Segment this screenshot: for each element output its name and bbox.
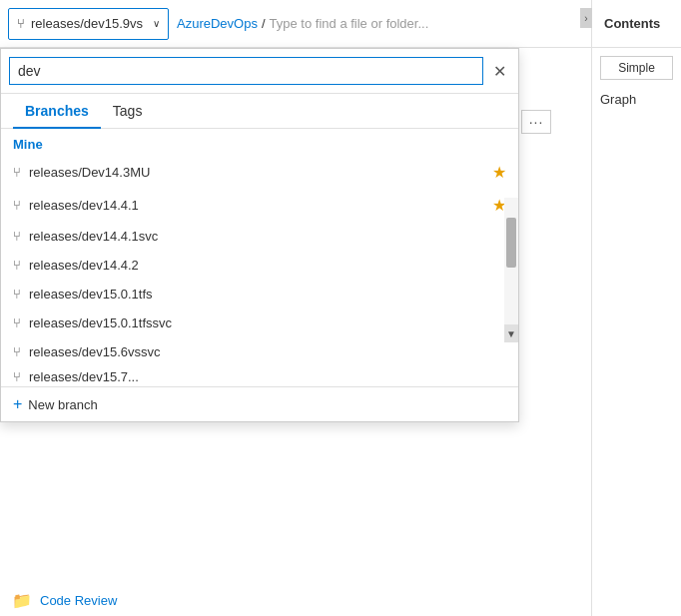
breadcrumb-link[interactable]: AzureDevOps bbox=[177, 16, 258, 31]
right-panel-body: Simple Graph bbox=[592, 48, 681, 119]
branch-item-icon: ⑂ bbox=[13, 229, 21, 244]
branch-item-name: releases/dev14.4.1svc bbox=[29, 229, 506, 244]
branch-item[interactable]: ⑂ releases/dev15.0.1tfssvc bbox=[1, 308, 518, 337]
branch-item-name: releases/Dev14.3MU bbox=[29, 165, 484, 180]
mine-section-label: Mine bbox=[1, 129, 518, 156]
star-icon[interactable]: ★ bbox=[492, 163, 506, 182]
clear-search-icon[interactable]: ✕ bbox=[489, 60, 510, 83]
branch-list-container: ⑂ releases/Dev14.3MU ★ ⑂ releases/dev14.… bbox=[1, 156, 518, 386]
branch-item[interactable]: ⑂ releases/dev15.7... bbox=[1, 366, 518, 386]
branch-item[interactable]: ⑂ releases/dev14.4.1svc bbox=[1, 222, 518, 251]
scrollbar-thumb bbox=[506, 218, 516, 268]
more-options-button[interactable]: ··· bbox=[521, 110, 551, 134]
branch-search-input[interactable] bbox=[9, 57, 483, 85]
branch-item-icon: ⑂ bbox=[13, 287, 21, 302]
dropdown-scrollbar[interactable] bbox=[504, 198, 518, 342]
plus-icon: + bbox=[13, 395, 22, 413]
folder-name[interactable]: Code Review bbox=[40, 593, 117, 608]
folder-row: 📁 Code Review bbox=[0, 585, 591, 616]
branch-item[interactable]: ⑂ releases/dev14.4.2 bbox=[1, 251, 518, 280]
scroll-down-button[interactable]: ▼ bbox=[504, 324, 518, 342]
branch-item-name: releases/dev15.7... bbox=[29, 369, 506, 384]
branch-item[interactable]: ⑂ releases/dev14.4.1 ★ bbox=[1, 189, 518, 222]
branch-dropdown: ✕ Branches Tags Mine ⑂ releases/Dev14.3M… bbox=[0, 48, 519, 422]
tab-tags[interactable]: Tags bbox=[101, 95, 155, 129]
branch-item-name: releases/dev15.0.1tfssvc bbox=[29, 315, 506, 330]
branch-item-icon: ⑂ bbox=[13, 198, 21, 213]
branch-list: ⑂ releases/Dev14.3MU ★ ⑂ releases/dev14.… bbox=[1, 156, 518, 386]
folder-icon: 📁 bbox=[12, 591, 32, 610]
branch-selector[interactable]: ⑂ releases/dev15.9vs ∨ bbox=[8, 8, 169, 40]
branch-item-icon: ⑂ bbox=[13, 344, 21, 359]
breadcrumb-separator: / bbox=[262, 16, 266, 31]
branch-item[interactable]: ⑂ releases/dev15.6vssvc bbox=[1, 337, 518, 366]
branch-item[interactable]: ⑂ releases/Dev14.3MU ★ bbox=[1, 156, 518, 189]
collapse-right-panel-button[interactable]: › bbox=[580, 8, 592, 28]
breadcrumb-placeholder[interactable]: Type to find a file or folder... bbox=[270, 16, 429, 31]
right-panel: › Contents Simple Graph bbox=[591, 0, 681, 616]
branch-icon: ⑂ bbox=[17, 16, 25, 31]
contents-label: Contents bbox=[604, 16, 660, 31]
branch-item-name: releases/dev15.6vssvc bbox=[29, 344, 506, 359]
top-bar: ⑂ releases/dev15.9vs ∨ AzureDevOps / Typ… bbox=[0, 0, 681, 48]
new-branch-label: New branch bbox=[28, 397, 97, 412]
new-branch-row[interactable]: + New branch bbox=[1, 386, 518, 421]
branch-item-name: releases/dev14.4.1 bbox=[29, 198, 484, 213]
tabs-row: Branches Tags bbox=[1, 94, 518, 129]
branch-item-icon: ⑂ bbox=[13, 315, 21, 330]
branch-item[interactable]: ⑂ releases/dev15.0.1tfs bbox=[1, 280, 518, 308]
chevron-down-icon: ∨ bbox=[153, 18, 160, 29]
simple-button[interactable]: Simple bbox=[600, 56, 673, 80]
branch-item-icon: ⑂ bbox=[13, 369, 21, 384]
branch-name: releases/dev15.9vs bbox=[31, 16, 143, 31]
branch-item-icon: ⑂ bbox=[13, 258, 21, 273]
graph-label: Graph bbox=[600, 88, 673, 111]
more-options-icon: ··· bbox=[529, 114, 544, 130]
tab-branches[interactable]: Branches bbox=[13, 95, 101, 129]
branch-item-name: releases/dev14.4.2 bbox=[29, 258, 506, 273]
right-panel-header: Contents bbox=[592, 0, 681, 48]
search-row: ✕ bbox=[1, 49, 518, 94]
branch-item-name: releases/dev15.0.1tfs bbox=[29, 287, 506, 302]
branch-item-icon: ⑂ bbox=[13, 165, 21, 180]
